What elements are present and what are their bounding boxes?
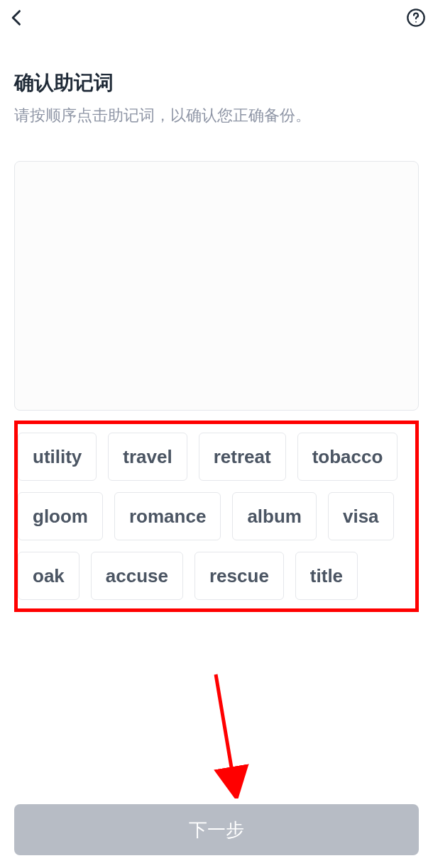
selected-words-area[interactable] — [14, 161, 419, 411]
svg-point-1 — [415, 21, 417, 23]
word-chip[interactable]: visa — [328, 492, 394, 540]
word-chip[interactable]: romance — [114, 492, 221, 540]
svg-line-3 — [216, 674, 234, 784]
help-button[interactable] — [406, 8, 426, 28]
word-chip[interactable]: tobacco — [297, 433, 398, 481]
word-chip[interactable]: utility — [18, 433, 97, 481]
word-chip[interactable]: oak — [18, 552, 80, 600]
word-chip[interactable]: album — [232, 492, 317, 540]
word-chip[interactable]: rescue — [194, 552, 284, 600]
next-button[interactable]: 下一步 — [14, 804, 419, 855]
word-chip[interactable]: travel — [108, 433, 187, 481]
word-chip[interactable]: title — [295, 552, 358, 600]
page-subtitle: 请按顺序点击助记词，以确认您正确备份。 — [14, 105, 419, 127]
back-button[interactable] — [7, 8, 27, 28]
word-grid-highlight: utility travel retreat tobacco gloom rom… — [14, 421, 419, 612]
page-title: 确认助记词 — [14, 69, 419, 96]
header-bar — [0, 0, 433, 35]
word-chip[interactable]: accuse — [91, 552, 183, 600]
word-chip[interactable]: retreat — [199, 433, 286, 481]
arrow-annotation-icon — [209, 671, 251, 799]
word-grid: utility travel retreat tobacco gloom rom… — [18, 433, 415, 600]
word-chip[interactable]: gloom — [18, 492, 103, 540]
